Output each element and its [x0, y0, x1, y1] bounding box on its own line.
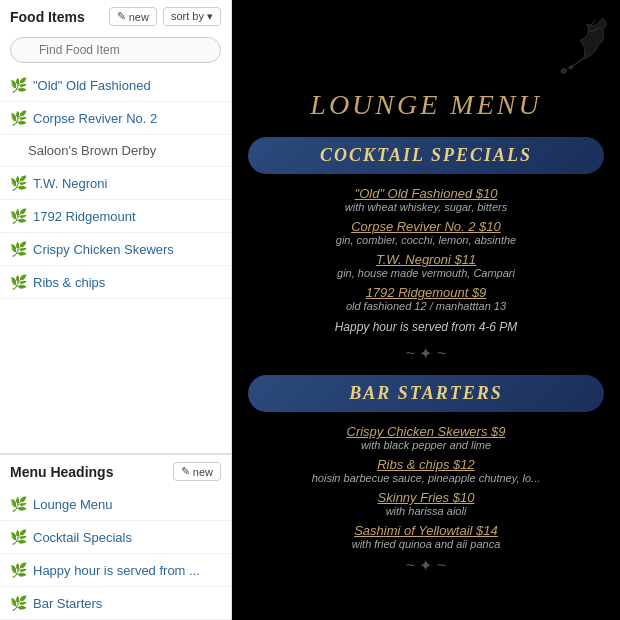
food-item-label: Corpse Reviver No. 2 [33, 111, 157, 126]
leaf-icon: 🌿 [10, 529, 27, 545]
menu-item-desc: old fashioned 12 / manhatttan 13 [252, 300, 600, 312]
menu-headings-new-button[interactable]: ✎ new [173, 462, 221, 481]
menu-headings-header: Menu Headings ✎ new [0, 455, 231, 488]
menu-item-name: 1792 Ridgemount $9 [252, 285, 600, 300]
menu-item-row-0-0: "Old" Old Fashioned $10with wheat whiske… [232, 182, 620, 215]
food-items-title: Food Items [10, 9, 103, 25]
leaf-icon: 🌿 [10, 274, 27, 290]
food-items-list: 🌿"Old" Old Fashioned🌿Corpse Reviver No. … [0, 69, 231, 453]
menu-item-desc: with wheat whiskey, sugar, bitters [252, 201, 600, 213]
menu-item-desc: with harissa aioli [252, 505, 600, 517]
menu-section-heading-1: BAR STARTERS [248, 375, 604, 412]
menu-heading-label: Bar Starters [33, 596, 102, 611]
menu-item-row-1-1: Ribs & chips $12hoisin barbecue sauce, p… [232, 453, 620, 486]
divider-ornament: ~ ✦ ~ [232, 340, 620, 367]
search-input[interactable] [10, 37, 221, 63]
menu-item-name: Crispy Chicken Skewers $9 [252, 424, 600, 439]
menu-item-row-0-2: T.W. Negroni $11gin, house made vermouth… [232, 248, 620, 281]
menu-item-name: Corpse Reviver No. 2 $10 [252, 219, 600, 234]
menu-headings-list: 🌿Lounge Menu🌿Cocktail Specials🌿Happy hou… [0, 488, 231, 620]
food-item-label: 1792 Ridgemount [33, 209, 136, 224]
right-panel: LOUNGE MENU COCKTAIL SPECIALS"Old" Old F… [232, 0, 620, 620]
divider-ornament: ~ ✦ ~ [232, 552, 620, 579]
menu-heading-bar-starters[interactable]: 🌿Bar Starters [0, 587, 231, 620]
search-area [0, 33, 231, 69]
decorative-top [232, 10, 620, 81]
happy-hour-text: Happy hour is served from 4-6 PM [232, 314, 620, 340]
menu-item-row-1-0: Crispy Chicken Skewers $9with black pepp… [232, 420, 620, 453]
menu-background: LOUNGE MENU COCKTAIL SPECIALS"Old" Old F… [232, 0, 620, 620]
leaf-icon: 🌿 [10, 77, 27, 93]
leaf-icon: 🌿 [10, 496, 27, 512]
food-item-label: Crispy Chicken Skewers [33, 242, 174, 257]
floral-decoration [550, 14, 610, 74]
food-item-label: Saloon's Brown Derby [10, 143, 156, 158]
chevron-down-icon: ▾ [207, 10, 213, 22]
food-item-label: Ribs & chips [33, 275, 105, 290]
svg-point-3 [570, 66, 573, 69]
menu-item-name: Sashimi of Yellowtail $14 [252, 523, 600, 538]
menu-item-row-0-3: 1792 Ridgemount $9old fashioned 12 / man… [232, 281, 620, 314]
menu-item-desc: with fried quinoa and aii panca [252, 538, 600, 550]
menu-heading-label: Cocktail Specials [33, 530, 132, 545]
food-item-1792-ridgemount[interactable]: 🌿1792 Ridgemount [0, 200, 231, 233]
svg-point-2 [561, 69, 566, 74]
food-item-old-fashioned[interactable]: 🌿"Old" Old Fashioned [0, 69, 231, 102]
menu-sections: COCKTAIL SPECIALS"Old" Old Fashioned $10… [232, 137, 620, 579]
menu-title: LOUNGE MENU [232, 81, 620, 129]
food-item-ribs-chips[interactable]: 🌿Ribs & chips [0, 266, 231, 299]
edit-icon: ✎ [117, 10, 126, 23]
food-item-tw-negroni[interactable]: 🌿T.W. Negroni [0, 167, 231, 200]
menu-item-desc: hoisin barbecue sauce, pineapple chutney… [252, 472, 600, 484]
menu-headings-section: Menu Headings ✎ new 🌿Lounge Menu🌿Cocktai… [0, 453, 231, 620]
left-panel: Food Items ✎ new sort by ▾ 🌿"Old" Old Fa… [0, 0, 232, 620]
menu-item-desc: gin, combier, cocchi, lemon, absinthe [252, 234, 600, 246]
menu-heading-lounge-menu[interactable]: 🌿Lounge Menu [0, 488, 231, 521]
menu-section-heading-text: BAR STARTERS [349, 383, 503, 403]
svg-line-1 [573, 55, 587, 66]
menu-heading-label: Happy hour is served from ... [33, 563, 200, 578]
leaf-icon: 🌿 [10, 562, 27, 578]
menu-item-row-1-3: Sashimi of Yellowtail $14with fried quin… [232, 519, 620, 552]
menu-item-name: Skinny Fries $10 [252, 490, 600, 505]
food-item-crispy-chicken[interactable]: 🌿Crispy Chicken Skewers [0, 233, 231, 266]
leaf-icon: 🌿 [10, 208, 27, 224]
menu-item-row-0-1: Corpse Reviver No. 2 $10gin, combier, co… [232, 215, 620, 248]
menu-item-name: Ribs & chips $12 [252, 457, 600, 472]
food-items-header: Food Items ✎ new sort by ▾ [0, 0, 231, 33]
menu-item-desc: with black pepper and lime [252, 439, 600, 451]
sort-by-button[interactable]: sort by ▾ [163, 7, 221, 26]
food-item-corpse-reviver[interactable]: 🌿Corpse Reviver No. 2 [0, 102, 231, 135]
food-items-new-button[interactable]: ✎ new [109, 7, 157, 26]
menu-heading-cocktail-specials[interactable]: 🌿Cocktail Specials [0, 521, 231, 554]
leaf-icon: 🌿 [10, 241, 27, 257]
menu-item-desc: gin, house made vermouth, Campari [252, 267, 600, 279]
leaf-icon: 🌿 [10, 595, 27, 611]
menu-heading-happy-hour[interactable]: 🌿Happy hour is served from ... [0, 554, 231, 587]
food-item-label: "Old" Old Fashioned [33, 78, 151, 93]
menu-section-heading-0: COCKTAIL SPECIALS [248, 137, 604, 174]
food-item-label: T.W. Negroni [33, 176, 107, 191]
menu-item-row-1-2: Skinny Fries $10with harissa aioli [232, 486, 620, 519]
leaf-icon: 🌿 [10, 175, 27, 191]
menu-heading-label: Lounge Menu [33, 497, 113, 512]
edit-icon-2: ✎ [181, 465, 190, 478]
food-item-saloons-brown-derby[interactable]: Saloon's Brown Derby [0, 135, 231, 167]
leaf-icon: 🌿 [10, 110, 27, 126]
menu-headings-title: Menu Headings [10, 464, 167, 480]
menu-item-name: T.W. Negroni $11 [252, 252, 600, 267]
menu-section-heading-text: COCKTAIL SPECIALS [320, 145, 532, 165]
menu-item-name: "Old" Old Fashioned $10 [252, 186, 600, 201]
